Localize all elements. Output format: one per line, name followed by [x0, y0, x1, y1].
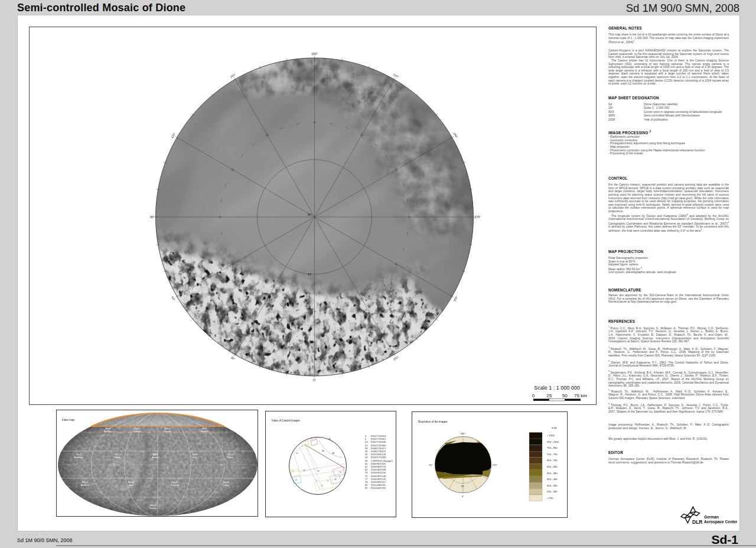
svg-text:90°: 90°: [150, 215, 155, 219]
svg-text:700 - 750: 700 - 750: [547, 453, 558, 456]
svg-text:m/px: m/px: [552, 426, 558, 429]
svg-text:Mezentius: Mezentius: [74, 456, 83, 459]
svg-text:Turnus: Turnus: [227, 456, 234, 459]
svg-text:74: 74: [339, 471, 341, 474]
svg-text:85: 85: [365, 487, 368, 489]
svg-text:German: German: [704, 515, 719, 519]
svg-text:38: 38: [332, 452, 334, 455]
svg-text:Sd-13: Sd-13: [171, 481, 178, 484]
svg-text:0°: 0°: [313, 378, 316, 382]
svg-text:Index map: Index map: [62, 419, 75, 421]
svg-text:23: 23: [321, 436, 324, 439]
svg-text:Italus: Italus: [129, 484, 133, 487]
svg-text:90°: 90°: [308, 213, 312, 216]
svg-text:270°: 270°: [493, 463, 498, 466]
svg-text:N1544699295: N1544699295: [371, 487, 386, 489]
svg-text:50: 50: [562, 393, 568, 398]
svg-text:300°: 300°: [452, 295, 458, 302]
svg-text:45: 45: [303, 469, 305, 472]
svg-text:Aeneas: Aeneas: [152, 456, 159, 459]
svg-text:Evander: Evander: [150, 507, 158, 510]
svg-text:180°: 180°: [311, 52, 317, 56]
svg-text:66: 66: [334, 478, 337, 481]
svg-text:78: 78: [321, 485, 323, 487]
svg-text:Resolution of the images: Resolution of the images: [418, 420, 448, 423]
svg-text:60: 60: [337, 462, 339, 465]
svg-text:210°: 210°: [393, 73, 400, 79]
svg-text:250 - 300: 250 - 300: [547, 490, 558, 493]
svg-text:90°: 90°: [429, 463, 432, 466]
svg-text:Anchises: Anchises: [81, 484, 89, 487]
svg-text:300 - 350: 300 - 350: [547, 484, 558, 487]
svg-text:150°: 150°: [229, 73, 236, 79]
svg-text:Palinurus: Palinurus: [171, 484, 179, 487]
svg-text:46: 46: [322, 450, 324, 452]
svg-text:Sd-7: Sd-7: [115, 453, 121, 456]
svg-text:400 - 450: 400 - 450: [547, 472, 558, 475]
svg-text:< 250: < 250: [547, 497, 553, 500]
svg-text:DLR: DLR: [692, 519, 702, 525]
svg-text:Ascanius: Ascanius: [104, 430, 112, 433]
svg-text:350 - 400: 350 - 400: [547, 478, 558, 481]
svg-text:950 - 1500: 950 - 1500: [547, 440, 559, 443]
svg-text:330°: 330°: [392, 355, 399, 361]
svg-text:25: 25: [546, 393, 552, 398]
svg-text:Sd-5: Sd-5: [202, 427, 208, 430]
svg-text:70°: 70°: [308, 310, 312, 313]
svg-text:Clusium: Clusium: [164, 430, 171, 433]
svg-text:12: 12: [292, 470, 294, 472]
svg-text:77: 77: [327, 480, 329, 482]
svg-text:60°: 60°: [171, 296, 176, 301]
svg-text:Aerospace Center: Aerospace Center: [704, 520, 738, 524]
svg-text:Carthage: Carthage: [133, 430, 141, 433]
svg-text:Sd-12: Sd-12: [128, 481, 135, 484]
svg-text:Sd-6: Sd-6: [76, 453, 82, 456]
svg-text:70°: 70°: [461, 485, 464, 488]
svg-text:180°: 180°: [461, 432, 466, 435]
svg-text:Sd-2: Sd-2: [106, 427, 112, 430]
svg-text:650 - 700: 650 - 700: [547, 459, 558, 462]
svg-text:450 - 650: 450 - 650: [547, 465, 558, 468]
svg-text:34: 34: [295, 479, 297, 481]
svg-text:Index of Cassini images: Index of Cassini images: [272, 419, 301, 422]
svg-text:Sd-3: Sd-3: [135, 427, 141, 430]
svg-text:Aufidus: Aufidus: [201, 430, 208, 433]
svg-text:61: 61: [315, 479, 318, 482]
svg-text:Sd-8: Sd-8: [153, 453, 159, 456]
svg-text:0: 0: [532, 393, 535, 398]
svg-text:75 km: 75 km: [574, 393, 587, 398]
svg-text:Sd-9: Sd-9: [193, 453, 198, 456]
svg-text:Sd-14: Sd-14: [223, 481, 230, 484]
svg-text:120°: 120°: [170, 132, 176, 139]
svg-text:80°: 80°: [308, 273, 312, 276]
svg-text:36: 36: [296, 452, 298, 455]
svg-text:0°: 0°: [462, 495, 464, 498]
svg-text:Sd-11: Sd-11: [82, 481, 89, 484]
svg-text:240°: 240°: [452, 132, 458, 139]
svg-text:Sd-15: Sd-15: [150, 504, 157, 507]
svg-text:Fidena: Fidena: [115, 456, 120, 459]
svg-text:Sd-10: Sd-10: [227, 453, 234, 456]
svg-text:750 - 950: 750 - 950: [547, 446, 558, 449]
svg-text:4: 4: [315, 437, 317, 439]
svg-text:45: 45: [317, 470, 320, 472]
svg-text:24: 24: [328, 438, 331, 440]
svg-text:Dido: Dido: [193, 456, 197, 459]
svg-text:Sd-4: Sd-4: [165, 427, 171, 430]
svg-text:30°: 30°: [230, 355, 236, 361]
svg-text:Scale 1 : 1 000 000: Scale 1 : 1 000 000: [534, 385, 580, 391]
svg-text:6: 6: [311, 437, 312, 440]
svg-text:Latium: Latium: [223, 484, 229, 487]
svg-text:270°: 270°: [475, 215, 481, 219]
svg-text:> 1500: > 1500: [547, 434, 555, 437]
